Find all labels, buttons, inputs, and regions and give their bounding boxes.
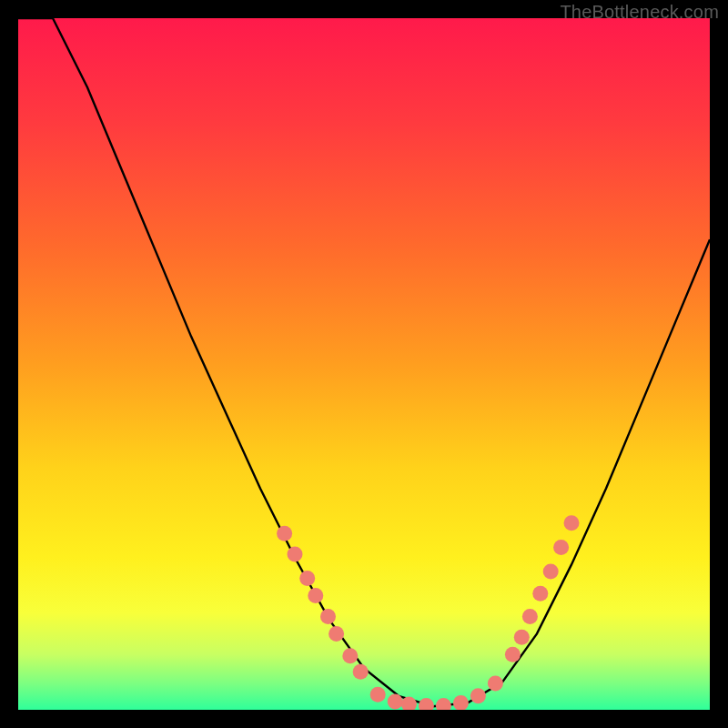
bottleneck-curve-path (18, 18, 710, 706)
scatter-dot (543, 564, 559, 580)
scatter-dot (329, 626, 344, 642)
scatter-dot (470, 688, 486, 703)
scatter-dot (553, 540, 569, 555)
attribution-label: TheBottleneck.com (560, 2, 719, 23)
scatter-dot (288, 547, 303, 562)
scatter-dot (564, 515, 580, 531)
scatter-dot (353, 664, 369, 680)
scatter-dot (320, 609, 336, 624)
scatter-dot (453, 695, 469, 710)
scatter-dot (522, 609, 538, 624)
scatter-dot (308, 588, 323, 603)
scatter-dot (342, 648, 358, 663)
chart-frame: { "attribution": "TheBottleneck.com", "c… (0, 0, 728, 728)
scatter-dot (488, 676, 503, 692)
scatter-dot (388, 693, 403, 709)
curve-overlay (18, 18, 710, 710)
scatter-dot (532, 586, 548, 602)
plot-area (18, 18, 710, 710)
scatter-dot (299, 571, 315, 586)
scatter-dots (277, 515, 579, 710)
scatter-dot (505, 647, 521, 662)
scatter-dot (370, 687, 386, 703)
scatter-dot (419, 698, 434, 710)
scatter-dot (514, 630, 530, 645)
scatter-dot (277, 526, 292, 541)
scatter-dot (436, 698, 451, 710)
